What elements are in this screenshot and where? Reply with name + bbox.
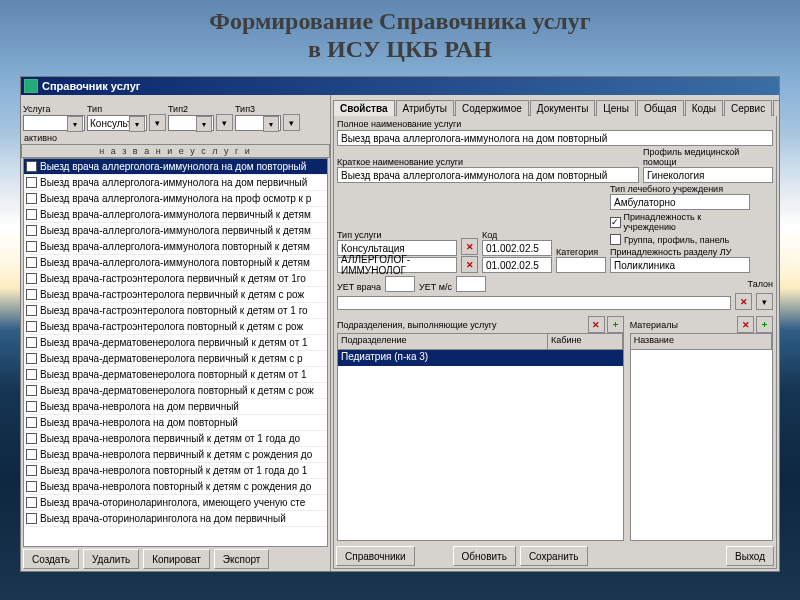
- tab-сервис[interactable]: Сервис: [724, 100, 772, 116]
- service-checkbox[interactable]: [26, 513, 37, 524]
- filter-tip3-clear[interactable]: ▾: [283, 114, 300, 131]
- kod-field[interactable]: 01.002.02.5: [482, 240, 552, 256]
- service-row[interactable]: Выезд врача-невролога повторный к детям …: [24, 463, 327, 479]
- uet-nurse-field[interactable]: [456, 276, 486, 292]
- service-checkbox[interactable]: [26, 193, 37, 204]
- refresh-button[interactable]: Обновить: [453, 546, 516, 566]
- service-checkbox[interactable]: [26, 257, 37, 268]
- uet-doctor-field[interactable]: [385, 276, 415, 292]
- service-row[interactable]: Выезд врача-дерматовенеролога первичный …: [24, 351, 327, 367]
- spec-clear-icon[interactable]: ✕: [461, 256, 478, 273]
- tab-атрибуты[interactable]: Атрибуты: [396, 100, 454, 116]
- sub-pick-icon[interactable]: ▾: [756, 293, 773, 310]
- tab-общая[interactable]: Общая: [637, 100, 684, 116]
- service-checkbox[interactable]: [26, 449, 37, 460]
- service-checkbox[interactable]: [26, 401, 37, 412]
- filter-usluga[interactable]: [23, 115, 85, 131]
- kod-field2[interactable]: 01.002.02.5: [482, 257, 552, 273]
- service-row-label: Выезд врача-аллерголога-иммунолога перви…: [40, 225, 311, 236]
- service-checkbox[interactable]: [26, 497, 37, 508]
- service-row[interactable]: Выезд врача аллерголога-иммунолога на до…: [24, 175, 327, 191]
- exit-button[interactable]: Выход: [726, 546, 774, 566]
- service-row[interactable]: Выезд врача-гастроэнтеролога первичный к…: [24, 287, 327, 303]
- dept-delete-icon[interactable]: ✕: [588, 316, 605, 333]
- service-row[interactable]: Выезд врача-невролога на дом первичный: [24, 399, 327, 415]
- service-row[interactable]: Выезд врача-невролога первичный к детям …: [24, 431, 327, 447]
- mat-delete-icon[interactable]: ✕: [737, 316, 754, 333]
- service-row[interactable]: Выезд врача-невролога на дом повторный: [24, 415, 327, 431]
- service-row[interactable]: Выезд врача-гастроэнтеролога повторный к…: [24, 319, 327, 335]
- service-checkbox[interactable]: [26, 481, 37, 492]
- tab-содержимое[interactable]: Содержимое: [455, 100, 529, 116]
- service-checkbox[interactable]: [26, 465, 37, 476]
- service-checkbox[interactable]: [26, 369, 37, 380]
- service-row[interactable]: Выезд врача-невролога первичный к детям …: [24, 447, 327, 463]
- short-name-field[interactable]: Выезд врача аллерголога-иммунолога на до…: [337, 167, 639, 183]
- tab-коды[interactable]: Коды: [685, 100, 723, 116]
- service-row-label: Выезд врача-дерматовенеролога повторный …: [40, 369, 307, 380]
- save-button[interactable]: Сохранить: [520, 546, 588, 566]
- filter-tip[interactable]: Консульт: [87, 115, 147, 131]
- service-checkbox[interactable]: [26, 385, 37, 396]
- service-checkbox[interactable]: [26, 337, 37, 348]
- tab-поиск[interactable]: Поиск: [773, 100, 779, 116]
- profile-field[interactable]: Гинекология: [643, 167, 773, 183]
- service-row[interactable]: Выезд врача аллерголога-иммунолога на пр…: [24, 191, 327, 207]
- filter-tip2[interactable]: [168, 115, 214, 131]
- service-row-label: Выезд врача-невролога на дом первичный: [40, 401, 239, 412]
- copy-button[interactable]: Копироват: [143, 549, 210, 569]
- service-list[interactable]: Выезд врача аллерголога-иммунолога на до…: [23, 158, 328, 547]
- create-button[interactable]: Создать: [23, 549, 79, 569]
- service-row[interactable]: Выезд врача-аллерголога-иммунолога перви…: [24, 207, 327, 223]
- service-checkbox[interactable]: [26, 161, 37, 172]
- service-row[interactable]: Выезд врача-аллерголога-иммунолога повто…: [24, 239, 327, 255]
- filter-tip-clear[interactable]: ▾: [149, 114, 166, 131]
- service-row[interactable]: Выезд врача-аллерголога-иммунолога повто…: [24, 255, 327, 271]
- service-row[interactable]: Выезд врача-аллерголога-иммунолога перви…: [24, 223, 327, 239]
- service-row[interactable]: Выезд врача аллерголога-иммунолога на до…: [24, 159, 327, 175]
- dept-row[interactable]: Педиатрия (п-ка 3): [338, 350, 623, 366]
- service-checkbox[interactable]: [26, 433, 37, 444]
- spec-field[interactable]: АЛЛЕРГОЛОГ-ИММУНОЛОГ: [337, 257, 457, 273]
- service-row[interactable]: Выезд врача-дерматовенеролога повторный …: [24, 367, 327, 383]
- service-checkbox[interactable]: [26, 273, 37, 284]
- service-checkbox[interactable]: [26, 305, 37, 316]
- group-checkbox[interactable]: [610, 234, 621, 245]
- service-row[interactable]: Выезд врача-гастроэнтеролога первичный к…: [24, 271, 327, 287]
- section-field[interactable]: Поликлиника: [610, 257, 750, 273]
- sub-clear-icon[interactable]: ✕: [735, 293, 752, 310]
- export-button[interactable]: Экспорт: [214, 549, 270, 569]
- dept-add-icon[interactable]: ＋: [607, 316, 624, 333]
- delete-button[interactable]: Удалить: [83, 549, 139, 569]
- sub-field[interactable]: [337, 296, 731, 310]
- slide-title-line2: в ИСУ ЦКБ РАН: [308, 36, 492, 62]
- filter-tip3[interactable]: [235, 115, 281, 131]
- mat-add-icon[interactable]: ＋: [756, 316, 773, 333]
- type-clear-icon[interactable]: ✕: [461, 238, 478, 255]
- service-checkbox[interactable]: [26, 225, 37, 236]
- service-checkbox[interactable]: [26, 241, 37, 252]
- service-checkbox[interactable]: [26, 353, 37, 364]
- service-checkbox[interactable]: [26, 417, 37, 428]
- inst-type-field[interactable]: Амбулаторно: [610, 194, 750, 210]
- service-checkbox[interactable]: [26, 321, 37, 332]
- service-row[interactable]: Выезд врача-невролога повторный к детям …: [24, 479, 327, 495]
- service-row[interactable]: Выезд врача-гастроэнтеролога повторный к…: [24, 303, 327, 319]
- dept-grid[interactable]: Подразделение Кабине Педиатрия (п-ка 3): [337, 333, 624, 541]
- filter-tip2-clear[interactable]: ▾: [216, 114, 233, 131]
- service-row[interactable]: Выезд врача-дерматовенеролога повторный …: [24, 383, 327, 399]
- full-name-field[interactable]: Выезд врача аллерголога-иммунолога на до…: [337, 130, 773, 146]
- service-row[interactable]: Выезд врача-дерматовенеролога первичный …: [24, 335, 327, 351]
- belong-checkbox[interactable]: ✓: [610, 217, 621, 228]
- tab-свойства[interactable]: Свойства: [333, 100, 395, 116]
- service-checkbox[interactable]: [26, 177, 37, 188]
- service-row[interactable]: Выезд врача-оториноларинголога на дом пе…: [24, 511, 327, 527]
- service-row[interactable]: Выезд врача-оториноларинголога, имеющего…: [24, 495, 327, 511]
- category-field[interactable]: [556, 257, 606, 273]
- service-checkbox[interactable]: [26, 289, 37, 300]
- tab-документы[interactable]: Документы: [530, 100, 596, 116]
- service-checkbox[interactable]: [26, 209, 37, 220]
- materials-grid[interactable]: Название: [630, 333, 773, 541]
- dicts-button[interactable]: Справочники: [336, 546, 415, 566]
- tab-цены[interactable]: Цены: [596, 100, 636, 116]
